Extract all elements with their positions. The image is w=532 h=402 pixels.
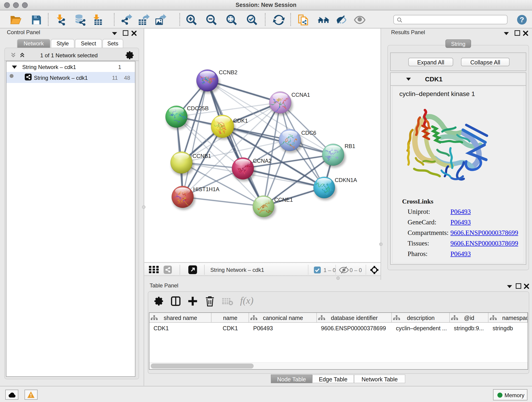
- svg-text:RB1: RB1: [345, 143, 355, 149]
- svg-text:CDC25B: CDC25B: [187, 105, 209, 111]
- svg-text:CCNA2: CCNA2: [253, 158, 272, 164]
- svg-text:CCNB2: CCNB2: [219, 69, 237, 75]
- svg-text:CCNA1: CCNA1: [291, 92, 310, 98]
- svg-text:HIST1H1A: HIST1H1A: [193, 186, 220, 192]
- svg-text:CCNB1: CCNB1: [192, 153, 211, 159]
- svg-text:CDK1: CDK1: [233, 118, 248, 124]
- svg-text:?: ?: [520, 16, 524, 24]
- svg-text:CDC6: CDC6: [301, 130, 316, 136]
- svg-text:CCNE1: CCNE1: [274, 197, 293, 203]
- svg-text:CDKN1A: CDKN1A: [335, 177, 357, 183]
